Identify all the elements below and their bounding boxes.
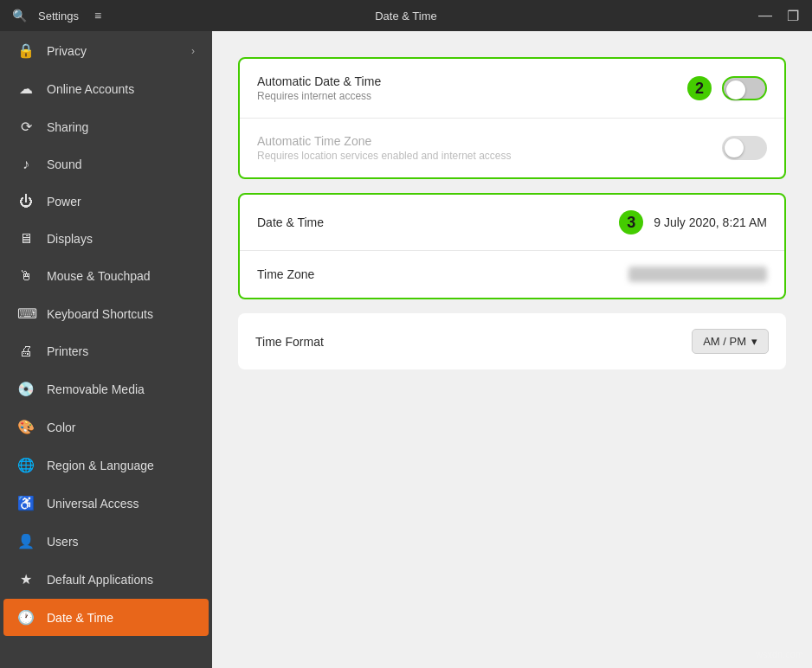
auto-date-time-text: Automatic Date & Time Requires internet … <box>257 74 677 102</box>
privacy-chevron-icon: › <box>191 45 195 57</box>
sidebar-item-default-applications[interactable]: ★Default Applications <box>3 561 209 598</box>
power-label: Power <box>47 195 195 209</box>
window-title: Date & Time <box>375 10 437 22</box>
default-applications-label: Default Applications <box>47 573 195 587</box>
sidebar-item-removable-media[interactable]: 💿Removable Media <box>3 370 209 408</box>
sidebar-item-color[interactable]: 🎨Color <box>3 408 209 446</box>
removable-media-label: Removable Media <box>47 382 195 396</box>
step-3-badge: 3 <box>619 210 643 234</box>
printers-icon: 🖨 <box>17 344 35 359</box>
users-icon: 👤 <box>17 533 35 549</box>
watermark: wsxdn.com <box>756 649 803 659</box>
sidebar-item-sharing[interactable]: ⟳Sharing <box>3 108 209 145</box>
time-format-row: Time Format AM / PM ▾ <box>238 313 786 369</box>
users-label: Users <box>47 535 195 549</box>
printers-label: Printers <box>47 344 195 358</box>
timezone-label: Time Zone <box>257 267 628 281</box>
menu-button[interactable]: ≡ <box>86 3 110 28</box>
titlebar-left: 🔍 Settings ≡ <box>7 3 110 28</box>
sidebar-item-date-time[interactable]: 🕐Date & Time <box>3 599 209 636</box>
sound-icon: ♪ <box>17 157 35 172</box>
time-format-dropdown[interactable]: AM / PM ▾ <box>692 329 769 354</box>
date-time-text: Date & Time <box>257 215 609 229</box>
sidebar-item-power[interactable]: ⏻Power <box>3 183 209 220</box>
content-area: Automatic Date & Time Requires internet … <box>212 31 812 668</box>
main-layout: 🔒Privacy›☁Online Accounts⟳Sharing♪Sound⏻… <box>0 31 812 668</box>
sidebar: 🔒Privacy›☁Online Accounts⟳Sharing♪Sound⏻… <box>0 31 212 668</box>
universal-access-label: Universal Access <box>47 497 195 511</box>
region-language-icon: 🌐 <box>17 457 35 473</box>
sharing-label: Sharing <box>47 120 195 134</box>
auto-timezone-subtitle: Requires location services enabled and i… <box>257 150 722 162</box>
minimize-button[interactable]: — <box>753 3 777 28</box>
auto-datetime-card: Automatic Date & Time Requires internet … <box>238 57 786 179</box>
date-time-icon: 🕐 <box>17 609 35 626</box>
sidebar-item-displays[interactable]: 🖥Displays <box>3 221 209 257</box>
universal-access-icon: ♿ <box>17 495 35 511</box>
power-icon: ⏻ <box>17 194 35 209</box>
sidebar-item-online-accounts[interactable]: ☁Online Accounts <box>3 70 209 107</box>
keyboard-shortcuts-icon: ⌨ <box>17 305 35 322</box>
date-time-label: Date & Time <box>47 611 195 625</box>
default-applications-icon: ★ <box>17 571 35 588</box>
search-button[interactable]: 🔍 <box>7 3 31 28</box>
app-title: Settings <box>38 10 79 22</box>
toggle-thumb <box>726 80 745 100</box>
privacy-label: Privacy <box>47 44 179 58</box>
color-label: Color <box>47 421 195 434</box>
time-format-dropdown-label: AM / PM <box>703 335 746 348</box>
time-format-label: Time Format <box>255 335 692 349</box>
auto-timezone-title: Automatic Time Zone <box>257 134 722 148</box>
sharing-icon: ⟳ <box>17 119 35 135</box>
sidebar-item-users[interactable]: 👤Users <box>3 523 209 560</box>
restore-button[interactable]: ❐ <box>781 3 805 28</box>
sidebar-item-keyboard-shortcuts[interactable]: ⌨Keyboard Shortcuts <box>3 295 209 332</box>
sidebar-item-privacy[interactable]: 🔒Privacy› <box>3 32 209 69</box>
mouse-touchpad-icon: 🖱 <box>17 268 35 284</box>
sidebar-item-printers[interactable]: 🖨Printers <box>3 333 209 369</box>
time-format-card: Time Format AM / PM ▾ <box>238 313 786 369</box>
region-language-label: Region & Language <box>47 459 195 472</box>
sidebar-item-sound[interactable]: ♪Sound <box>3 146 209 183</box>
auto-date-time-subtitle: Requires internet access <box>257 90 677 102</box>
titlebar: 🔍 Settings ≡ Date & Time — ❐ <box>0 0 812 31</box>
step-2-badge: 2 <box>687 76 712 100</box>
dropdown-arrow-icon: ▾ <box>751 335 757 348</box>
mouse-touchpad-label: Mouse & Touchpad <box>47 269 195 283</box>
auto-timezone-text: Automatic Time Zone Requires location se… <box>257 134 722 162</box>
timezone-text: Time Zone <box>257 267 628 281</box>
auto-timezone-row: Automatic Time Zone Requires location se… <box>240 119 784 177</box>
online-accounts-label: Online Accounts <box>47 82 195 96</box>
privacy-icon: 🔒 <box>17 42 35 59</box>
auto-date-time-title: Automatic Date & Time <box>257 74 677 88</box>
auto-timezone-toggle <box>722 136 767 160</box>
removable-media-icon: 💿 <box>17 381 35 397</box>
color-icon: 🎨 <box>17 419 35 435</box>
timezone-row: Time Zone <box>240 251 784 298</box>
time-format-text: Time Format <box>255 335 692 349</box>
toggle-thumb-2 <box>725 138 744 157</box>
displays-icon: 🖥 <box>17 231 35 247</box>
sidebar-item-region-language[interactable]: 🌐Region & Language <box>3 446 209 484</box>
timezone-value-blur <box>628 267 767 282</box>
online-accounts-icon: ☁ <box>17 80 35 97</box>
sidebar-item-mouse-touchpad[interactable]: 🖱Mouse & Touchpad <box>3 258 209 294</box>
titlebar-controls: — ❐ <box>753 3 805 28</box>
date-time-row: Date & Time 3 9 July 2020, 8:21 AM <box>240 195 784 251</box>
sound-label: Sound <box>47 157 195 171</box>
sidebar-item-universal-access[interactable]: ♿Universal Access <box>3 485 209 522</box>
datetime-display-card: Date & Time 3 9 July 2020, 8:21 AM Time … <box>238 193 786 299</box>
auto-date-time-toggle[interactable] <box>722 76 767 100</box>
keyboard-shortcuts-label: Keyboard Shortcuts <box>47 307 195 321</box>
date-time-value: 9 July 2020, 8:21 AM <box>654 215 767 229</box>
displays-label: Displays <box>47 232 195 246</box>
date-time-label: Date & Time <box>257 215 609 229</box>
auto-date-time-row: Automatic Date & Time Requires internet … <box>240 59 784 119</box>
